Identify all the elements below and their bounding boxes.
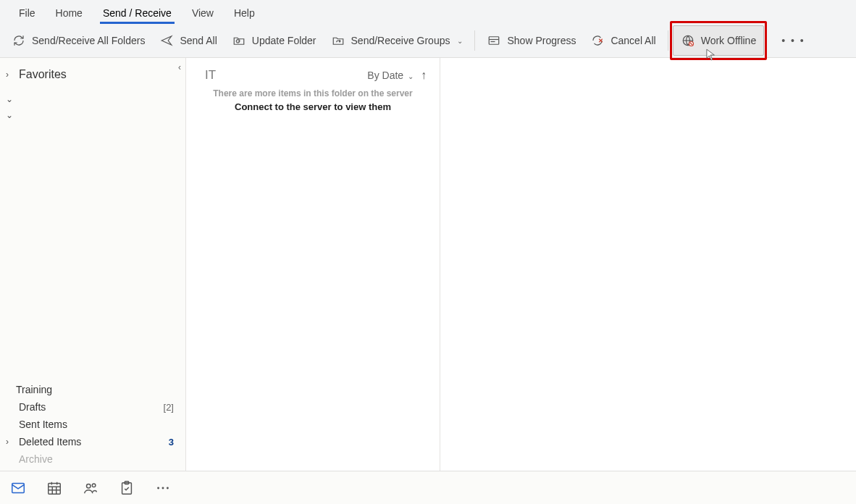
folder-label: Sent Items [19, 419, 67, 430]
svg-point-22 [167, 487, 169, 490]
favorites-label: Favorites [19, 68, 67, 81]
work-offline-button[interactable]: Work Offline [673, 25, 765, 56]
chevron-right-icon: › [6, 437, 14, 447]
sort-direction-icon[interactable]: ↑ [421, 69, 427, 82]
send-receive-groups-label: Send/Receive Groups [351, 35, 450, 46]
nav-more-icon[interactable] [154, 479, 172, 497]
bottom-nav-bar [0, 471, 856, 504]
show-progress-label: Show Progress [507, 35, 576, 46]
svg-rect-8 [12, 484, 25, 493]
menu-tab-strip: File Home Send / Receive View Help [0, 0, 856, 24]
send-all-button[interactable]: Send All [152, 26, 224, 55]
send-receive-groups-button[interactable]: Send/Receive Groups ⌄ [324, 26, 471, 55]
ribbon-overflow-button[interactable]: • • • [774, 32, 812, 49]
update-folder-label: Update Folder [252, 35, 316, 46]
update-folder-button[interactable]: Update Folder [225, 26, 324, 55]
mouse-cursor-icon [706, 49, 716, 62]
chevron-down-icon: ⌄ [457, 37, 463, 45]
folder-count: 3 [169, 437, 178, 448]
work-offline-label: Work Offline [701, 35, 757, 46]
nav-mail-icon[interactable] [9, 479, 28, 497]
folder-training[interactable]: Training [0, 381, 185, 398]
folder-sent-items[interactable]: Sent Items [0, 416, 185, 433]
chevron-down-icon: ⌄ [408, 72, 414, 80]
redacted-folder-list [0, 126, 185, 378]
folder-archive[interactable]: Archive [0, 450, 185, 468]
server-items-notice: There are more items in this folder on t… [186, 88, 440, 98]
send-all-label: Send All [180, 35, 217, 46]
svg-point-21 [162, 487, 164, 490]
send-receive-all-folders-label: Send/Receive All Folders [32, 35, 145, 46]
folder-deleted-items[interactable]: ›Deleted Items 3 [0, 433, 185, 450]
folder-label: Archive [19, 453, 53, 465]
tab-help[interactable]: Help [224, 3, 265, 23]
svg-rect-0 [490, 37, 500, 45]
collapse-pane-icon[interactable]: ‹ [178, 62, 181, 72]
folder-label: Deleted Items [19, 436, 81, 448]
folder-label: Training [16, 384, 52, 395]
folder-count: [2] [164, 402, 178, 413]
reading-pane [440, 58, 856, 471]
svg-rect-9 [49, 484, 61, 495]
svg-point-17 [92, 484, 96, 487]
tab-view[interactable]: View [182, 3, 224, 23]
tab-file[interactable]: File [9, 3, 46, 23]
tab-send-receive[interactable]: Send / Receive [93, 3, 182, 23]
ribbon-toolbar: Send/Receive All Folders Send All Update… [0, 24, 856, 58]
nav-tasks-icon[interactable] [117, 479, 136, 497]
update-folder-icon [232, 33, 246, 48]
nav-calendar-icon[interactable] [45, 479, 64, 497]
folder-label: Drafts [19, 401, 46, 413]
sort-by-date-button[interactable]: By Date ⌄ [367, 70, 414, 81]
ribbon-separator [474, 30, 475, 51]
folder-drafts[interactable]: Drafts [2] [0, 398, 185, 416]
svg-point-20 [157, 487, 159, 490]
sync-all-icon [12, 33, 26, 48]
current-folder-name: IT [205, 68, 216, 83]
tab-home[interactable]: Home [46, 3, 93, 23]
send-receive-all-folders-button[interactable]: Send/Receive All Folders [4, 26, 152, 55]
chevron-down-icon: ⌄ [6, 110, 14, 120]
account-group-2[interactable]: ⌄ [0, 107, 185, 123]
svg-point-16 [87, 484, 91, 489]
cancel-icon [590, 33, 605, 48]
list-header: IT By Date ⌄ ↑ [186, 58, 440, 88]
ribbon-separator [668, 30, 668, 51]
nav-people-icon[interactable] [81, 479, 100, 497]
account-group-1[interactable]: ⌄ [0, 91, 185, 107]
connect-server-link[interactable]: Connect to the server to view them [186, 98, 440, 112]
chevron-right-icon: › [6, 70, 14, 80]
chevron-down-icon: ⌄ [6, 94, 14, 104]
favorites-header[interactable]: › Favorites [0, 58, 185, 87]
progress-icon [487, 33, 501, 48]
cancel-all-label: Cancel All [610, 35, 655, 46]
main-content: ‹ › Favorites ⌄ ⌄ Training Drafts [2] [0, 58, 856, 471]
cancel-all-button[interactable]: Cancel All [583, 26, 663, 55]
sync-groups-icon [331, 33, 345, 48]
message-list-pane: IT By Date ⌄ ↑ There are more items in t… [186, 58, 440, 471]
show-progress-button[interactable]: Show Progress [479, 26, 583, 55]
globe-offline-icon [681, 33, 695, 48]
send-icon [159, 33, 174, 48]
folder-pane: ‹ › Favorites ⌄ ⌄ Training Drafts [2] [0, 58, 186, 471]
